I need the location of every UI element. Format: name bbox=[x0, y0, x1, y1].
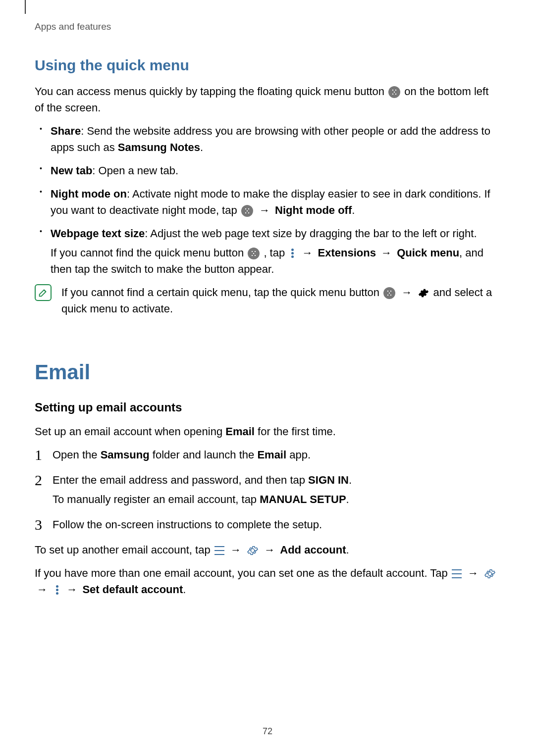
bold: Samsung bbox=[101, 449, 150, 461]
add-account-paragraph: To set up another email account, tap → →… bbox=[35, 542, 500, 558]
sub-paragraph: To manually register an email account, t… bbox=[53, 491, 500, 507]
svg-rect-15 bbox=[387, 291, 388, 292]
svg-rect-12 bbox=[253, 253, 254, 254]
svg-rect-7 bbox=[247, 210, 248, 211]
quick-menu-button-icon bbox=[248, 248, 260, 259]
arrow: → bbox=[259, 204, 273, 216]
note-pencil-icon bbox=[35, 284, 52, 301]
email-intro: Set up an email account when opening Ema… bbox=[35, 423, 500, 440]
sub-paragraph: If you cannot find the quick menu button… bbox=[51, 245, 500, 277]
arrow: → bbox=[37, 583, 51, 596]
svg-rect-10 bbox=[252, 251, 253, 252]
arrow: → bbox=[401, 286, 415, 299]
bold: Email bbox=[257, 449, 286, 461]
bold: Samsung Notes bbox=[118, 141, 200, 153]
step-number: 3 bbox=[35, 513, 42, 536]
text: folder and launch the bbox=[150, 449, 258, 461]
arrow: → bbox=[468, 567, 482, 579]
breadcrumb: Apps and features bbox=[35, 20, 500, 34]
svg-rect-14 bbox=[255, 255, 256, 256]
document-page: Apps and features Using the quick menu Y… bbox=[0, 0, 535, 598]
text: If you have more than one email account,… bbox=[35, 567, 451, 579]
svg-rect-18 bbox=[387, 295, 388, 296]
text: , tap bbox=[264, 247, 288, 259]
text: To manually register an email account, t… bbox=[53, 493, 260, 505]
svg-rect-1 bbox=[395, 90, 396, 91]
label: Night mode on bbox=[51, 188, 127, 200]
text: . bbox=[200, 141, 203, 153]
label: Share bbox=[51, 125, 81, 137]
step-number: 1 bbox=[35, 444, 42, 466]
page-tab-mark bbox=[25, 0, 26, 14]
arrow: → bbox=[302, 247, 316, 259]
steps-list: 1 Open the Samsung folder and launch the… bbox=[35, 447, 500, 533]
svg-rect-9 bbox=[248, 212, 249, 213]
bold: Set default account bbox=[82, 583, 183, 596]
text: . bbox=[183, 583, 186, 596]
text: : Adjust the web page text size by dragg… bbox=[145, 227, 477, 240]
note-block: If you cannot find a certain quick menu,… bbox=[35, 284, 500, 317]
step-number: 2 bbox=[35, 469, 42, 491]
bold: Night mode off bbox=[275, 204, 352, 216]
hamburger-menu-icon bbox=[214, 546, 224, 555]
note-text: If you cannot find a certain quick menu,… bbox=[61, 284, 500, 317]
label: Webpage text size bbox=[51, 227, 145, 240]
arrow: → bbox=[378, 247, 395, 259]
bold: Extensions bbox=[318, 247, 376, 259]
svg-rect-4 bbox=[395, 94, 396, 95]
step-1: 1 Open the Samsung folder and launch the… bbox=[53, 447, 500, 463]
text: app. bbox=[286, 449, 311, 461]
label: New tab bbox=[51, 164, 92, 177]
text: If you cannot find the quick menu button bbox=[51, 247, 247, 259]
text: Open the bbox=[53, 449, 101, 461]
text: Enter the email address and password, an… bbox=[53, 474, 308, 486]
svg-rect-8 bbox=[245, 212, 246, 213]
gear-icon bbox=[418, 288, 429, 299]
step-2: 2 Enter the email address and password, … bbox=[53, 472, 500, 507]
overflow-menu-icon bbox=[289, 248, 296, 259]
svg-rect-2 bbox=[394, 92, 395, 93]
list-item-newtab: New tab: Open a new tab. bbox=[51, 162, 500, 179]
quick-menu-button-icon bbox=[383, 287, 395, 299]
svg-rect-16 bbox=[390, 291, 391, 292]
text: . bbox=[346, 493, 349, 505]
text: . bbox=[346, 544, 349, 556]
step-3: 3 Follow the on-screen instructions to c… bbox=[53, 516, 500, 533]
svg-rect-19 bbox=[390, 295, 391, 296]
bold: SIGN IN bbox=[308, 474, 349, 486]
section-heading-email: Email bbox=[35, 356, 500, 388]
text: for the first time. bbox=[255, 425, 336, 438]
quick-menu-button-icon bbox=[388, 86, 400, 98]
list-item-night-mode: Night mode on: Activate night mode to ma… bbox=[51, 186, 500, 218]
gear-outline-icon bbox=[247, 545, 258, 556]
text: . bbox=[349, 474, 352, 486]
subsection-heading: Setting up email accounts bbox=[35, 399, 500, 416]
text: To set up another email account, tap bbox=[35, 544, 214, 556]
text: Set up an email account when opening bbox=[35, 425, 225, 438]
svg-rect-6 bbox=[248, 208, 249, 209]
page-number: 72 bbox=[0, 725, 535, 738]
svg-rect-0 bbox=[392, 90, 393, 91]
svg-rect-13 bbox=[252, 255, 253, 256]
svg-rect-5 bbox=[245, 208, 246, 209]
bold: Email bbox=[225, 425, 255, 438]
arrow: → bbox=[264, 544, 278, 556]
bold: Add account bbox=[280, 544, 346, 556]
overflow-menu-icon bbox=[54, 585, 60, 596]
list-item-text-size: Webpage text size: Adjust the web page t… bbox=[51, 225, 500, 277]
section-heading-quick-menu: Using the quick menu bbox=[35, 54, 500, 76]
bold: MANUAL SETUP bbox=[260, 493, 346, 505]
text: You can access menus quickly by tapping … bbox=[35, 85, 387, 98]
svg-rect-17 bbox=[389, 293, 390, 294]
text: Follow the on-screen instructions to com… bbox=[53, 518, 322, 531]
gear-outline-icon bbox=[484, 568, 495, 579]
quick-menu-button-icon bbox=[241, 205, 253, 217]
quick-menu-list: Share: Send the website address you are … bbox=[35, 123, 500, 277]
text: : Send the website address you are brows… bbox=[51, 125, 490, 153]
hamburger-menu-icon bbox=[452, 569, 462, 578]
svg-rect-11 bbox=[255, 251, 256, 252]
text: : Open a new tab. bbox=[92, 164, 178, 177]
bold: Quick menu bbox=[397, 247, 459, 259]
text: . bbox=[352, 204, 355, 216]
arrow: → bbox=[230, 544, 244, 556]
